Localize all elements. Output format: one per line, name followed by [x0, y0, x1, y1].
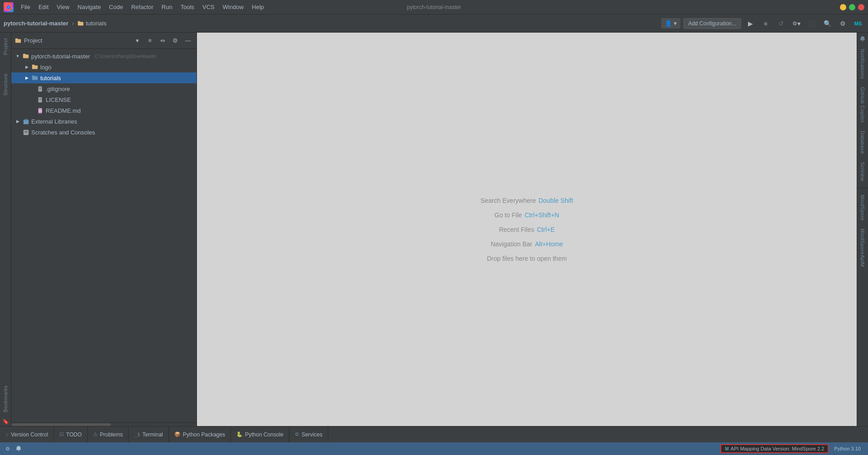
search-shortcut[interactable]: Double Shift: [538, 197, 573, 204]
run-button[interactable]: ▶: [744, 17, 757, 30]
expand-icon: ▼: [15, 53, 20, 59]
tab-problems-label: Problems: [100, 431, 123, 438]
window-controls: – □ ✕: [840, 4, 864, 10]
main-content: Search Everywhere Double Shift Go to Fil…: [197, 33, 857, 426]
sidebar-item-mindsporeaplm[interactable]: MindSporeAplM: [858, 225, 867, 271]
app-icon: [4, 2, 14, 12]
panel-settings[interactable]: ⚙: [170, 36, 180, 46]
sidebar-item-project[interactable]: Project: [1, 34, 10, 59]
menu-window[interactable]: Window: [219, 3, 247, 11]
panel-expand-all[interactable]: ⇔: [158, 36, 168, 46]
goto-file-shortcut[interactable]: Ctrl+Shift+N: [525, 211, 559, 219]
readme-name: README.md: [46, 107, 81, 114]
status-settings-icon[interactable]: ⚙: [4, 445, 12, 453]
close-button[interactable]: ✕: [858, 4, 864, 10]
user-button[interactable]: 👤 ▾: [661, 18, 681, 29]
panel-minimize[interactable]: —: [183, 36, 193, 46]
logo-name: logo: [40, 64, 52, 71]
add-configuration-button[interactable]: Add Configuration...: [683, 18, 741, 29]
tree-item-logo[interactable]: ▶ logo: [11, 62, 197, 72]
status-left: ⚙: [4, 445, 718, 453]
tutorials-name: tutorials: [40, 75, 61, 81]
stop-button[interactable]: ■: [759, 17, 772, 30]
sidebar-item-database[interactable]: Database: [858, 127, 867, 158]
tree-item-license[interactable]: LICENSE: [11, 94, 197, 105]
tab-python-console-label: Python Console: [245, 431, 283, 438]
menu-vcs[interactable]: VCS: [199, 3, 218, 11]
sidebar-item-structure[interactable]: Structure: [1, 70, 10, 99]
menu-view[interactable]: View: [53, 3, 73, 11]
notifications-icon[interactable]: [858, 34, 867, 43]
tab-python-packages[interactable]: 📦 Python Packages: [169, 426, 231, 442]
tab-terminal[interactable]: _$ Terminal: [129, 426, 169, 442]
hint-nav-bar: Navigation Bar Alt+Home: [491, 240, 563, 248]
maximize-button[interactable]: □: [849, 4, 855, 10]
api-icon: M: [725, 446, 729, 451]
tree-item-gitignore[interactable]: .gitignore: [11, 83, 197, 94]
bookmarks-icon[interactable]: 🔖: [1, 417, 10, 426]
tab-python-console[interactable]: 🐍 Python Console: [231, 426, 289, 442]
hint-search: Search Everywhere Double Shift: [480, 197, 573, 204]
scratches-icon: [22, 129, 29, 136]
drop-files-label: Drop files here to open them: [487, 255, 567, 262]
folder-name[interactable]: tutorials: [86, 20, 106, 27]
hint-recent-files: Recent Files Ctrl+E: [499, 226, 555, 233]
recent-files-shortcut[interactable]: Ctrl+E: [537, 226, 555, 233]
recent-files-label: Recent Files: [499, 226, 534, 233]
menu-refactor[interactable]: Refactor: [128, 3, 157, 11]
services-icon: ⚙: [295, 431, 299, 437]
status-right: M API Mapping Data Version: MindSpore 2.…: [720, 444, 864, 453]
tree-item-readme[interactable]: MD README.md: [11, 105, 197, 116]
menu-edit[interactable]: Edit: [35, 3, 52, 11]
python-packages-icon: 📦: [174, 431, 181, 437]
license-name: LICENSE: [46, 96, 71, 103]
sidebar-item-mindspore[interactable]: MindSpore: [858, 191, 867, 225]
root-path: C:\Users\zhang\Downloads\: [95, 53, 156, 59]
file-tree: ▼ pytorch-tutorial-master C:\Users\zhang…: [11, 49, 197, 422]
menu-file[interactable]: File: [17, 3, 34, 11]
license-icon: [37, 96, 44, 103]
tree-item-external-libs[interactable]: ▶ External Libraries: [11, 116, 197, 127]
menu-code[interactable]: Code: [106, 3, 127, 11]
tree-item-scratches[interactable]: Scratches and Consoles: [11, 127, 197, 138]
stop-all-button[interactable]: ⬛: [806, 17, 818, 30]
menu-navigate[interactable]: Navigate: [74, 3, 104, 11]
status-bar: ⚙ M API Mapping Data Version: MindSpore …: [0, 442, 868, 455]
tab-services[interactable]: ⚙ Services: [289, 426, 328, 442]
minimize-button[interactable]: –: [840, 4, 846, 10]
coverage-button[interactable]: ⚙▾: [790, 17, 803, 30]
menu-tools[interactable]: Tools: [177, 3, 198, 11]
python-version-badge[interactable]: Python 3.10: [830, 445, 864, 452]
tab-version-control[interactable]: ⑂ Version Control: [0, 426, 54, 442]
search-button[interactable]: 🔍: [821, 17, 834, 30]
tree-item-tutorials[interactable]: ▶ tutorials: [11, 72, 197, 83]
menu-run[interactable]: Run: [158, 3, 176, 11]
expand-tutorials-icon: ▶: [24, 75, 29, 81]
panel-title: Project: [24, 37, 129, 44]
sidebar-item-sciview[interactable]: SciView: [858, 158, 867, 185]
tree-root[interactable]: ▼ pytorch-tutorial-master C:\Users\zhang…: [11, 51, 197, 62]
panel-dropdown-arrow[interactable]: ▾: [132, 36, 142, 46]
panel-collapse-all[interactable]: ≡: [145, 36, 155, 46]
file-tree-hscrollbar[interactable]: [11, 422, 197, 426]
mindspore-icon[interactable]: MS: [852, 17, 864, 30]
terminal-icon: _$: [134, 431, 140, 437]
project-name[interactable]: pytorch-tutorial-master: [4, 20, 68, 27]
no-expand-readme: [29, 108, 35, 113]
sidebar-item-notifications[interactable]: Notifications: [858, 45, 867, 82]
sidebar-item-bookmarks[interactable]: Bookmarks: [1, 382, 10, 416]
api-version-badge[interactable]: M API Mapping Data Version: MindSpore 2.…: [720, 444, 829, 453]
readme-icon: MD: [37, 107, 44, 114]
status-notification-icon[interactable]: [14, 445, 23, 453]
search-label: Search Everywhere: [480, 197, 536, 204]
breadcrumb: pytorch-tutorial-master › tutorials: [4, 20, 106, 27]
nav-bar-label: Navigation Bar: [491, 240, 532, 248]
sidebar-item-github-copilot[interactable]: GitHub Copilot: [858, 83, 867, 126]
rerun-button[interactable]: ↺: [775, 17, 787, 30]
tab-todo[interactable]: ☑ TODO: [54, 426, 87, 442]
nav-bar-shortcut[interactable]: Alt+Home: [535, 240, 563, 248]
menu-help[interactable]: Help: [248, 3, 268, 11]
scratches-name: Scratches and Consoles: [31, 129, 95, 136]
settings-button[interactable]: ⚙: [836, 17, 849, 30]
tab-problems[interactable]: ⚠ Problems: [88, 426, 129, 442]
